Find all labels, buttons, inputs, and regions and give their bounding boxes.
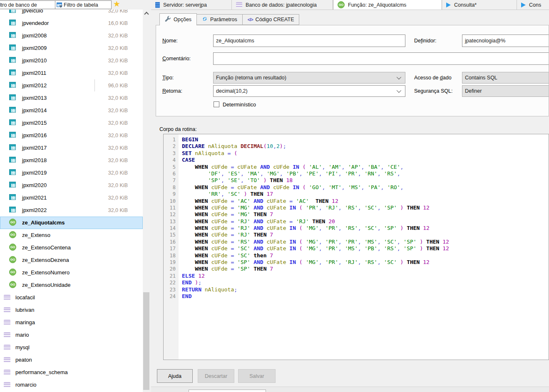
tree-item-ze_Extenso[interactable]: GOze_Extenso: [0, 229, 143, 242]
play-icon: [446, 2, 451, 7]
tab-query-2[interactable]: Cons: [517, 0, 549, 10]
tree-item-locafacil[interactable]: locafacil: [0, 291, 143, 304]
tree-item-label: jpxml2018: [22, 154, 47, 167]
tab-codigo-create-label: Código CREATE: [256, 17, 294, 22]
tree-item-size: 32,0 KiB: [108, 67, 128, 79]
tab-function-label: Função: ze_AliquotaIcms: [348, 2, 406, 8]
tree-item-jpxml2011[interactable]: jpxml201132,0 KiB: [0, 67, 143, 79]
tree-item-mysql[interactable]: mysql: [0, 341, 143, 354]
tree-item-peaton[interactable]: peaton: [0, 354, 143, 366]
code-line-9: 'RR', 'SC' ) THEN 17: [182, 191, 549, 197]
table-icon: [9, 157, 16, 163]
routine-body-editor[interactable]: 123456789101112131415161718192021222324 …: [163, 134, 549, 360]
scrollbar-thumb[interactable]: [143, 292, 149, 390]
tree-item-jpxml2016[interactable]: jpxml201632,0 KiB: [0, 129, 143, 142]
tree-item-label: lubrivan: [15, 304, 35, 316]
tree-item-jpxml2008[interactable]: jpxml200832,0 KiB: [0, 30, 143, 42]
tree-item-jpxml2012[interactable]: jpxml201296,0 KiB: [0, 79, 143, 92]
tipo-dropdown[interactable]: Função (retorna um resultado): [213, 72, 405, 84]
database-icon: [4, 295, 10, 300]
acesso-dados-dropdown[interactable]: Contains SQL: [462, 72, 549, 84]
tab-opcoes-label: Opções: [174, 17, 191, 22]
table-filter-input[interactable]: Filtro de tabela: [55, 0, 112, 9]
comentario-input[interactable]: [213, 52, 549, 65]
tree-item-jpxml2015[interactable]: jpxml201532,0 KiB: [0, 117, 143, 129]
tree-item-jpxml2018[interactable]: jpxml201832,0 KiB: [0, 154, 143, 167]
tree-item-size: 32,0 KiB: [108, 104, 128, 117]
tab-function[interactable]: GO Função: ze_AliquotaIcms: [333, 0, 442, 10]
tab-database-label: Banco de dados: jpatecnologia: [246, 2, 317, 8]
tree-item-label: jpxml2014: [22, 104, 47, 117]
tab-opcoes[interactable]: Opções: [159, 13, 197, 25]
seguranca-sql-dropdown[interactable]: Definer: [462, 85, 549, 97]
tree-item-ze_ExtensoNumero[interactable]: GOze_ExtensoNumero: [0, 266, 143, 279]
table-icon: [9, 132, 16, 138]
tree-item-romarcio[interactable]: romarcio: [0, 379, 143, 391]
table-icon: [9, 182, 16, 187]
tree-scrollbar[interactable]: [143, 10, 150, 392]
code-line-19: WHEN cUFde = 'SP' AND cUFate IN ( 'MG', …: [182, 259, 549, 266]
database-icon: [4, 370, 10, 375]
function-go-icon: GO: [9, 281, 16, 288]
database-tree[interactable]: jpveiculo32,0 KiBjpvendedor16,0 KiBjpxml…: [0, 10, 143, 392]
tree-item-jpxml2010[interactable]: jpxml201032,0 KiB: [0, 54, 143, 67]
tree-item-jpxml2009[interactable]: jpxml200932,0 KiB: [0, 42, 143, 54]
database-icon: [4, 345, 10, 350]
table-icon: [9, 69, 16, 75]
database-icon: [4, 382, 10, 387]
tab-parametros-label: Parâmetros: [210, 17, 237, 22]
code-line-17: WHEN cUFde = 'SC' AND cUFate IN ( 'MG', …: [182, 245, 549, 252]
tab-codigo-create[interactable]: </> Código CREATE: [243, 14, 300, 25]
play-icon: [521, 2, 526, 7]
ajuda-button[interactable]: Ajuda: [157, 369, 193, 383]
line-number: 2: [164, 143, 179, 150]
tree-item-lubrivan[interactable]: lubrivan: [0, 304, 143, 316]
tree-item-ze_ExtensoDezena[interactable]: GOze_ExtensoDezena: [0, 254, 143, 266]
line-number: 17: [164, 245, 179, 252]
tree-item-mario[interactable]: mario: [0, 329, 143, 341]
seguranca-sql-label: Segurança SQL:: [414, 88, 452, 94]
deterministico-checkbox[interactable]: [214, 101, 219, 107]
seguranca-sql-value: Definer: [465, 88, 482, 94]
tree-item-size: 32,0 KiB: [108, 30, 128, 42]
tree-item-jpxml2013[interactable]: jpxml201332,0 KiB: [0, 92, 143, 104]
function-go-icon: GO: [338, 1, 345, 8]
tree-item-ze_ExtensoCentena[interactable]: GOze_ExtensoCentena: [0, 242, 143, 254]
favorites-star-icon[interactable]: ★: [113, 0, 120, 9]
comentario-label: Comentário:: [162, 56, 191, 62]
tree-item-ze_ExtensoUnidade[interactable]: GOze_ExtensoUnidade: [0, 279, 143, 291]
tab-database[interactable]: Banco de dados: jpatecnologia: [232, 0, 333, 10]
tree-item-maringa[interactable]: maringa: [0, 316, 143, 329]
tree-item-jpxml2019[interactable]: jpxml201932,0 KiB: [0, 167, 143, 179]
line-number-gutter: 123456789101112131415161718192021222324: [164, 134, 179, 360]
sql-code-area: BEGINDECLARE nAliquota DECIMAL(10,2);SET…: [179, 134, 549, 360]
table-icon: [9, 119, 16, 125]
database-filter-input[interactable]: ltro de banco de: [0, 0, 56, 9]
tree-item-performance_schema[interactable]: performance_schema: [0, 366, 143, 379]
tree-item-jpxml2014[interactable]: jpxml201432,0 KiB: [0, 104, 143, 117]
tab-server[interactable]: Servidor: serverjpa: [151, 0, 232, 10]
chevron-down-icon: [397, 75, 401, 79]
code-line-18: WHEN cUFde = 'SC' then 7: [182, 252, 549, 259]
table-filter-text: Filtro de tabela: [64, 2, 98, 8]
line-number: 6: [164, 170, 179, 177]
tree-item-jpveiculo[interactable]: jpveiculo32,0 KiB: [0, 10, 143, 17]
tab-parametros[interactable]: Parâmetros: [197, 14, 243, 25]
tree-item-jpxml2021[interactable]: jpxml202132,0 KiB: [0, 192, 143, 204]
table-icon: [9, 169, 16, 175]
tree-item-jpvendedor[interactable]: jpvendedor16,0 KiB: [0, 17, 143, 30]
tree-item-jpxml2020[interactable]: jpxml202032,0 KiB: [0, 179, 143, 192]
definidor-input[interactable]: jpatecnologia@%: [462, 35, 549, 47]
tree-column-divider: [94, 79, 95, 91]
scrollbar-up-arrow-icon[interactable]: [143, 10, 150, 17]
code-line-20: WHEN cUFde = 'SP' THEN 7: [182, 266, 549, 272]
tab-query[interactable]: Consulta*: [442, 0, 517, 10]
nome-input[interactable]: ze_AliquotaIcms: [213, 35, 405, 47]
tree-item-ze_AliquotaIcms[interactable]: GOze_AliquotaIcms: [0, 217, 143, 229]
tree-item-jpxml2022[interactable]: jpxml202232,0 KiB: [0, 204, 143, 217]
retorna-combobox[interactable]: decimal(10,2): [213, 85, 405, 97]
tree-item-jpxml2017[interactable]: jpxml201732,0 KiB: [0, 142, 143, 154]
tree-item-label: jpvendedor: [22, 17, 49, 30]
options-tab-page: Nome: ze_AliquotaIcms Definidor: jpatecn…: [156, 25, 549, 116]
database-icon: [236, 2, 242, 7]
